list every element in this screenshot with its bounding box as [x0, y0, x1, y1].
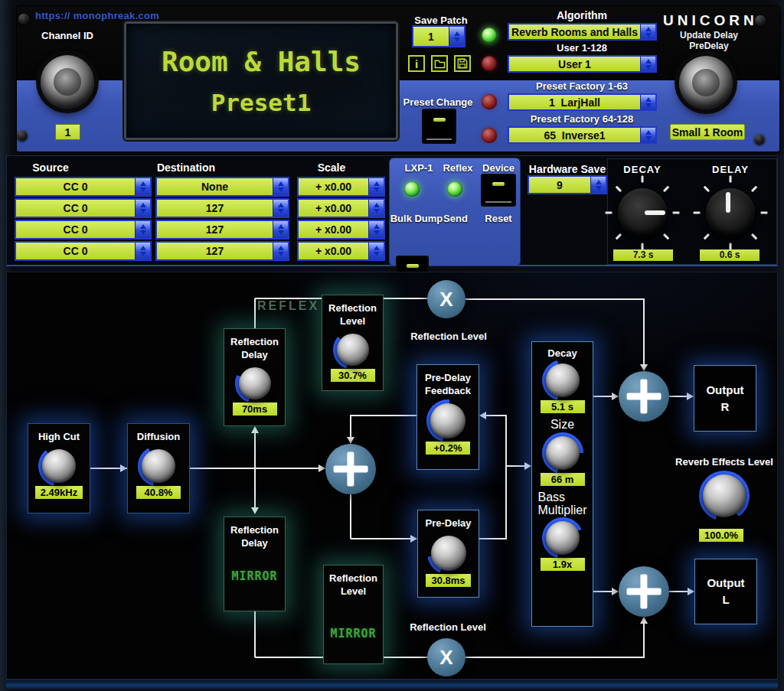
destination-value[interactable]: 127: [157, 243, 273, 259]
source-value[interactable]: CC 0: [16, 243, 135, 259]
small-room-button[interactable]: Small 1 Room: [670, 124, 745, 140]
pre-delay-value: 30.8ms: [426, 574, 470, 587]
source-dropdown[interactable]: CC 0: [15, 241, 152, 261]
flow-line: [506, 465, 525, 467]
stepper-arrows-icon[interactable]: [135, 243, 150, 259]
destination-dropdown[interactable]: 127: [155, 220, 289, 240]
stepper-arrows-icon[interactable]: [449, 27, 464, 46]
hardware-save-value[interactable]: 9: [529, 177, 590, 193]
stepper-arrows-icon[interactable]: [273, 178, 288, 195]
preset-change-button[interactable]: [423, 109, 456, 143]
algorithm-dropdown[interactable]: Reverb Rooms and Halls: [508, 23, 657, 41]
factory-a-dropdown[interactable]: 1 LarjHall: [508, 93, 657, 111]
flow-arrow: [251, 426, 259, 433]
stepper-arrows-icon[interactable]: [368, 243, 384, 259]
decay-knob[interactable]: [606, 176, 679, 249]
plugin-window: https:// monophreak.com Channel ID 1 Roo…: [0, 0, 784, 691]
stepper-arrows-icon[interactable]: [590, 177, 606, 193]
user-bank-value[interactable]: User 1: [509, 57, 640, 71]
stepper-arrows-icon[interactable]: [640, 24, 655, 39]
decay-flow-knob[interactable]: [546, 363, 580, 397]
factory-b-led: [482, 128, 497, 143]
predelay-knob[interactable]: [679, 56, 733, 109]
scale-dropdown[interactable]: + x0.00: [297, 220, 385, 240]
stepper-arrows-icon[interactable]: [640, 95, 655, 109]
reflection-level-knob[interactable]: [337, 334, 369, 366]
algorithm-label: Algorithm: [521, 9, 643, 21]
channel-id-label: Channel ID: [29, 30, 106, 41]
stepper-arrows-icon[interactable]: [135, 200, 150, 217]
stepper-arrows-icon[interactable]: [640, 128, 655, 142]
scale-dropdown[interactable]: + x0.00: [297, 241, 385, 261]
size-knob[interactable]: [546, 436, 580, 470]
save-icon: [457, 58, 468, 69]
destination-dropdown[interactable]: None: [155, 177, 289, 197]
device-button[interactable]: [482, 174, 515, 206]
lcd-line2: Preset1: [211, 89, 312, 116]
stepper-arrows-icon[interactable]: [368, 221, 384, 238]
pre-delay-knob[interactable]: [431, 536, 466, 571]
stepper-arrows-icon[interactable]: [273, 200, 288, 217]
factory-b-value[interactable]: 65 Inverse1: [509, 128, 640, 142]
stepper-arrows-icon[interactable]: [368, 200, 384, 217]
source-dropdown[interactable]: CC 0: [15, 177, 152, 197]
destination-value[interactable]: None: [157, 178, 273, 195]
pre-delay-feedback-knob[interactable]: [430, 403, 466, 438]
source-dropdown[interactable]: CC 0: [15, 198, 152, 218]
flow-line: [466, 657, 645, 658]
scale-value[interactable]: + x0.00: [299, 243, 368, 259]
scale-value[interactable]: + x0.00: [299, 200, 368, 217]
hardware-save-stepper[interactable]: 9: [528, 175, 607, 194]
channel-id-value[interactable]: 1: [55, 124, 80, 140]
algorithm-value[interactable]: Reverb Rooms and Halls: [509, 24, 640, 39]
screw-icon: [18, 14, 29, 24]
save-patch-stepper[interactable]: 1: [412, 25, 466, 47]
scale-value[interactable]: + x0.00: [299, 221, 368, 238]
reverb-effects-level-knob[interactable]: [703, 474, 746, 517]
flow-line: [486, 415, 507, 416]
stepper-arrows-icon[interactable]: [135, 178, 150, 195]
stepper-arrows-icon[interactable]: [273, 243, 288, 259]
factory-a-value[interactable]: 1 LarjHall: [509, 95, 640, 109]
flow-arrow: [120, 464, 127, 472]
flow-arrow: [251, 507, 259, 514]
high-cut-knob[interactable]: [42, 449, 76, 483]
status-line1: Update Delay: [663, 30, 755, 41]
save-patch-value[interactable]: 1: [413, 27, 449, 46]
website-link[interactable]: https:// monophreak.com: [35, 10, 159, 21]
info-icon: i: [415, 57, 418, 70]
destination-value[interactable]: 127: [157, 200, 273, 217]
user-bank-dropdown[interactable]: User 1: [508, 55, 657, 73]
source-value[interactable]: CC 0: [16, 200, 135, 217]
diffusion-knob[interactable]: [142, 449, 175, 483]
scale-dropdown[interactable]: + x0.00: [297, 198, 385, 218]
flow-arrow: [640, 364, 648, 371]
stepper-arrows-icon[interactable]: [135, 221, 150, 238]
diffusion-module: Diffusion 40.8%: [127, 423, 190, 513]
open-patch-button[interactable]: [431, 55, 448, 72]
reflection-level-caption-top: Reflection Level: [387, 331, 510, 342]
output-l-line2: L: [722, 592, 729, 608]
stepper-arrows-icon[interactable]: [273, 221, 288, 238]
source-value[interactable]: CC 0: [16, 221, 135, 238]
factory-b-dropdown[interactable]: 65 Inverse1: [508, 126, 657, 144]
reflection-delay-knob[interactable]: [239, 367, 271, 399]
channel-id-knob[interactable]: [41, 55, 94, 109]
source-dropdown[interactable]: CC 0: [15, 220, 152, 240]
status-line2: PreDelay: [663, 41, 755, 51]
delay-knob[interactable]: [694, 176, 767, 249]
stepper-arrows-icon[interactable]: [640, 57, 655, 71]
bass-multiplier-knob[interactable]: [546, 521, 580, 555]
scale-value[interactable]: + x0.00: [299, 178, 368, 195]
high-cut-module: High Cut 2.49kHz: [28, 423, 90, 513]
destination-value[interactable]: 127: [157, 221, 273, 238]
destination-dropdown[interactable]: 127: [155, 198, 289, 218]
destination-dropdown[interactable]: 127: [155, 241, 289, 261]
screw-icon: [754, 134, 765, 145]
save-patch-button[interactable]: [454, 55, 471, 72]
info-button[interactable]: i: [408, 55, 425, 72]
output-r-line1: Output: [706, 382, 743, 399]
source-value[interactable]: CC 0: [16, 178, 135, 195]
scale-dropdown[interactable]: + x0.00: [297, 177, 385, 197]
stepper-arrows-icon[interactable]: [368, 178, 384, 195]
